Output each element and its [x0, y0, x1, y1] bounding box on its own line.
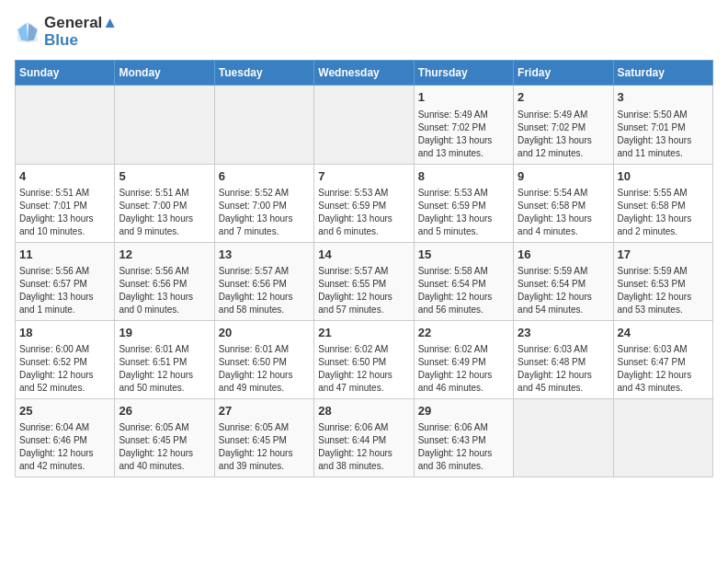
- day-info: Sunrise: 6:05 AM Sunset: 6:45 PM Dayligh…: [219, 421, 310, 473]
- calendar-week-row: 11Sunrise: 5:56 AM Sunset: 6:57 PM Dayli…: [16, 242, 713, 320]
- day-info: Sunrise: 5:59 AM Sunset: 6:53 PM Dayligh…: [618, 265, 709, 316]
- day-number: 18: [19, 325, 110, 341]
- day-info: Sunrise: 5:56 AM Sunset: 6:57 PM Dayligh…: [19, 265, 110, 316]
- col-header-tuesday: Tuesday: [214, 61, 313, 86]
- day-info: Sunrise: 5:50 AM Sunset: 7:01 PM Dayligh…: [618, 109, 709, 160]
- day-number: 3: [618, 89, 709, 106]
- day-number: 29: [418, 403, 509, 419]
- day-number: 4: [19, 168, 110, 185]
- day-number: 13: [219, 247, 310, 263]
- calendar-cell: 13Sunrise: 5:57 AM Sunset: 6:56 PM Dayli…: [214, 242, 313, 320]
- day-number: 17: [618, 247, 709, 263]
- day-number: 26: [119, 403, 210, 419]
- calendar-cell: [214, 86, 313, 164]
- day-number: 2: [518, 89, 609, 106]
- calendar-cell: 24Sunrise: 6:03 AM Sunset: 6:47 PM Dayli…: [613, 320, 712, 398]
- day-number: 7: [318, 168, 409, 185]
- day-info: Sunrise: 6:05 AM Sunset: 6:45 PM Dayligh…: [119, 421, 210, 473]
- day-info: Sunrise: 6:00 AM Sunset: 6:52 PM Dayligh…: [19, 343, 110, 395]
- col-header-thursday: Thursday: [414, 61, 513, 86]
- day-info: Sunrise: 5:56 AM Sunset: 6:56 PM Dayligh…: [119, 265, 210, 316]
- calendar-cell: 19Sunrise: 6:01 AM Sunset: 6:51 PM Dayli…: [115, 320, 214, 398]
- col-header-sunday: Sunday: [16, 61, 115, 86]
- calendar-cell: 28Sunrise: 6:06 AM Sunset: 6:44 PM Dayli…: [314, 399, 414, 477]
- day-info: Sunrise: 6:06 AM Sunset: 6:44 PM Dayligh…: [318, 421, 409, 473]
- calendar-cell: 17Sunrise: 5:59 AM Sunset: 6:53 PM Dayli…: [613, 242, 712, 320]
- calendar-cell: 1Sunrise: 5:49 AM Sunset: 7:02 PM Daylig…: [414, 86, 513, 164]
- day-info: Sunrise: 5:49 AM Sunset: 7:02 PM Dayligh…: [418, 109, 509, 160]
- day-number: 8: [418, 168, 509, 185]
- logo-icon: [15, 19, 40, 45]
- day-info: Sunrise: 5:51 AM Sunset: 7:01 PM Dayligh…: [19, 187, 110, 238]
- calendar-week-row: 18Sunrise: 6:00 AM Sunset: 6:52 PM Dayli…: [16, 320, 713, 398]
- day-info: Sunrise: 6:06 AM Sunset: 6:43 PM Dayligh…: [418, 421, 509, 473]
- day-info: Sunrise: 6:01 AM Sunset: 6:51 PM Dayligh…: [119, 343, 210, 395]
- day-info: Sunrise: 6:02 AM Sunset: 6:50 PM Dayligh…: [318, 343, 409, 395]
- page-header: General▲ Blue: [15, 15, 713, 49]
- calendar-cell: 18Sunrise: 6:00 AM Sunset: 6:52 PM Dayli…: [16, 320, 115, 398]
- calendar-week-row: 25Sunrise: 6:04 AM Sunset: 6:46 PM Dayli…: [16, 399, 713, 477]
- day-number: 22: [418, 325, 509, 341]
- calendar-cell: [613, 399, 712, 477]
- day-info: Sunrise: 5:49 AM Sunset: 7:02 PM Dayligh…: [518, 109, 609, 160]
- day-number: 27: [219, 403, 310, 419]
- calendar-cell: 4Sunrise: 5:51 AM Sunset: 7:01 PM Daylig…: [16, 164, 115, 242]
- calendar-cell: 10Sunrise: 5:55 AM Sunset: 6:58 PM Dayli…: [613, 164, 712, 242]
- day-number: 20: [219, 325, 310, 341]
- day-number: 25: [19, 403, 110, 419]
- day-number: 9: [518, 168, 609, 185]
- day-number: 5: [119, 168, 210, 185]
- day-number: 11: [19, 247, 110, 263]
- day-number: 16: [518, 247, 609, 263]
- day-number: 19: [119, 325, 210, 341]
- calendar-cell: [16, 86, 115, 164]
- calendar-cell: 16Sunrise: 5:59 AM Sunset: 6:54 PM Dayli…: [514, 242, 613, 320]
- day-info: Sunrise: 5:53 AM Sunset: 6:59 PM Dayligh…: [318, 187, 409, 238]
- calendar-header-row: SundayMondayTuesdayWednesdayThursdayFrid…: [16, 61, 713, 86]
- calendar-cell: 26Sunrise: 6:05 AM Sunset: 6:45 PM Dayli…: [115, 399, 214, 477]
- day-info: Sunrise: 5:55 AM Sunset: 6:58 PM Dayligh…: [618, 187, 709, 238]
- calendar-cell: 11Sunrise: 5:56 AM Sunset: 6:57 PM Dayli…: [16, 242, 115, 320]
- day-info: Sunrise: 6:01 AM Sunset: 6:50 PM Dayligh…: [219, 343, 310, 395]
- calendar-cell: 23Sunrise: 6:03 AM Sunset: 6:48 PM Dayli…: [514, 320, 613, 398]
- day-info: Sunrise: 5:51 AM Sunset: 7:00 PM Dayligh…: [119, 187, 210, 238]
- day-number: 24: [618, 325, 709, 341]
- calendar-cell: [115, 86, 214, 164]
- day-number: 23: [518, 325, 609, 341]
- col-header-friday: Friday: [514, 61, 613, 86]
- col-header-saturday: Saturday: [613, 61, 712, 86]
- day-number: 6: [219, 168, 310, 185]
- calendar-cell: 3Sunrise: 5:50 AM Sunset: 7:01 PM Daylig…: [613, 86, 712, 164]
- calendar-table: SundayMondayTuesdayWednesdayThursdayFrid…: [15, 60, 713, 477]
- day-info: Sunrise: 5:57 AM Sunset: 6:56 PM Dayligh…: [219, 265, 310, 316]
- day-info: Sunrise: 5:58 AM Sunset: 6:54 PM Dayligh…: [418, 265, 509, 316]
- calendar-cell: 8Sunrise: 5:53 AM Sunset: 6:59 PM Daylig…: [414, 164, 513, 242]
- calendar-cell: [514, 399, 613, 477]
- day-number: 14: [318, 247, 409, 263]
- calendar-cell: 15Sunrise: 5:58 AM Sunset: 6:54 PM Dayli…: [414, 242, 513, 320]
- day-info: Sunrise: 6:03 AM Sunset: 6:47 PM Dayligh…: [618, 343, 709, 395]
- calendar-week-row: 4Sunrise: 5:51 AM Sunset: 7:01 PM Daylig…: [16, 164, 713, 242]
- col-header-wednesday: Wednesday: [314, 61, 414, 86]
- day-number: 15: [418, 247, 509, 263]
- calendar-cell: 21Sunrise: 6:02 AM Sunset: 6:50 PM Dayli…: [314, 320, 414, 398]
- day-number: 10: [618, 168, 709, 185]
- day-info: Sunrise: 5:52 AM Sunset: 7:00 PM Dayligh…: [219, 187, 310, 238]
- calendar-cell: 6Sunrise: 5:52 AM Sunset: 7:00 PM Daylig…: [214, 164, 313, 242]
- logo: General▲ Blue: [15, 15, 118, 49]
- day-info: Sunrise: 6:03 AM Sunset: 6:48 PM Dayligh…: [518, 343, 609, 395]
- calendar-cell: 5Sunrise: 5:51 AM Sunset: 7:00 PM Daylig…: [115, 164, 214, 242]
- calendar-week-row: 1Sunrise: 5:49 AM Sunset: 7:02 PM Daylig…: [16, 86, 713, 164]
- day-info: Sunrise: 5:54 AM Sunset: 6:58 PM Dayligh…: [518, 187, 609, 238]
- calendar-cell: 20Sunrise: 6:01 AM Sunset: 6:50 PM Dayli…: [214, 320, 313, 398]
- calendar-cell: [314, 86, 414, 164]
- day-info: Sunrise: 6:02 AM Sunset: 6:49 PM Dayligh…: [418, 343, 509, 395]
- calendar-cell: 29Sunrise: 6:06 AM Sunset: 6:43 PM Dayli…: [414, 399, 513, 477]
- day-number: 1: [418, 89, 509, 106]
- day-info: Sunrise: 6:04 AM Sunset: 6:46 PM Dayligh…: [19, 421, 110, 473]
- day-info: Sunrise: 5:53 AM Sunset: 6:59 PM Dayligh…: [418, 187, 509, 238]
- calendar-cell: 22Sunrise: 6:02 AM Sunset: 6:49 PM Dayli…: [414, 320, 513, 398]
- day-number: 28: [318, 403, 409, 419]
- calendar-cell: 14Sunrise: 5:57 AM Sunset: 6:55 PM Dayli…: [314, 242, 414, 320]
- col-header-monday: Monday: [115, 61, 214, 86]
